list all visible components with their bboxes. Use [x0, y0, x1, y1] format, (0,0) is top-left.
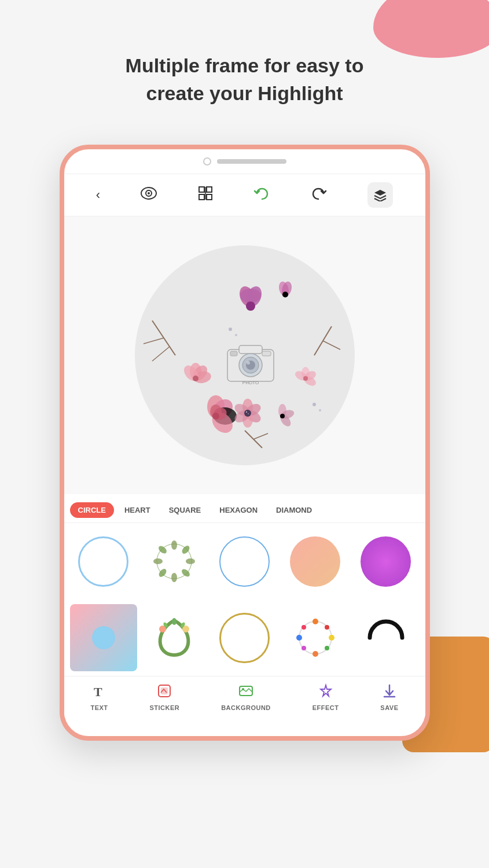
svg-point-71: [186, 558, 195, 564]
svg-text:PHOTO: PHOTO: [242, 380, 258, 385]
redo-button[interactable]: [311, 186, 327, 204]
frame-item-9[interactable]: [282, 604, 349, 671]
frame-item-5[interactable]: [352, 528, 420, 595]
svg-point-85: [329, 635, 334, 641]
nav-save[interactable]: SAVE: [380, 683, 398, 711]
text-icon: T: [92, 683, 107, 702]
svg-rect-3: [199, 187, 204, 192]
heading-section: Multiple frame for easy to create your H…: [0, 52, 489, 107]
nav-sticker[interactable]: STICKER: [149, 683, 179, 711]
svg-point-20: [240, 289, 261, 303]
svg-rect-60: [239, 345, 262, 354]
svg-marker-96: [321, 685, 331, 696]
app-toolbar: ‹: [64, 174, 425, 216]
frame-preview-10: [363, 615, 409, 661]
svg-rect-6: [207, 194, 212, 200]
svg-rect-65: [230, 351, 237, 356]
svg-point-83: [312, 619, 318, 624]
frame-preview-1: [78, 536, 128, 587]
frame-item-10[interactable]: [352, 604, 420, 671]
layers-button[interactable]: [367, 182, 393, 208]
nav-bg-label: BACKGROUND: [221, 704, 271, 711]
svg-line-11: [144, 338, 164, 344]
circle-frame: PHOTO: [135, 245, 355, 465]
frame-item-8[interactable]: [211, 604, 278, 671]
svg-point-89: [296, 635, 302, 641]
frame-preview-4: [290, 536, 340, 587]
nav-text-label: TEXT: [90, 704, 108, 711]
undo-button[interactable]: [253, 186, 270, 204]
frame-item-3[interactable]: [211, 528, 278, 595]
svg-point-90: [302, 625, 306, 630]
frame-preview-9: [292, 615, 339, 661]
tab-heart[interactable]: HEART: [116, 502, 159, 518]
svg-point-34: [303, 376, 308, 381]
svg-point-55: [229, 328, 232, 331]
tab-hexagon[interactable]: HEXAGON: [211, 502, 266, 518]
frame-item-1[interactable]: [70, 528, 137, 595]
nav-effect-label: EFFECT: [312, 704, 339, 711]
svg-point-79: [172, 618, 177, 625]
tab-square[interactable]: SQUARE: [161, 502, 209, 518]
svg-point-84: [325, 625, 329, 630]
svg-point-86: [325, 646, 329, 650]
phone-mockup: ‹: [60, 145, 430, 741]
svg-marker-9: [374, 190, 386, 196]
svg-point-56: [235, 334, 237, 336]
frame-preview-5: [361, 536, 411, 587]
svg-point-21: [246, 301, 255, 311]
nav-save-label: SAVE: [380, 704, 398, 711]
bottom-nav: T TEXT STICKER: [64, 676, 425, 718]
svg-point-87: [312, 651, 318, 657]
svg-point-48: [244, 410, 251, 417]
effect-icon: [318, 683, 333, 702]
svg-point-49: [246, 411, 247, 413]
sticker-icon: [157, 683, 172, 702]
svg-rect-4: [207, 187, 212, 192]
frame-preview-2: [151, 538, 197, 584]
svg-text:T: T: [94, 685, 102, 698]
save-icon: [382, 683, 397, 702]
svg-point-54: [280, 414, 285, 418]
page-title: Multiple frame for easy to create your H…: [0, 52, 489, 107]
svg-point-57: [312, 403, 316, 406]
frames-row-1: [64, 523, 425, 599]
frame-item-2[interactable]: [141, 528, 208, 595]
svg-rect-5: [199, 194, 204, 200]
canvas-area: PHOTO: [64, 216, 425, 494]
tab-circle[interactable]: CIRCLE: [70, 502, 114, 518]
frame-preview-7: [151, 615, 197, 661]
eye-icon[interactable]: [141, 187, 157, 203]
svg-point-2: [148, 192, 150, 194]
svg-point-41: [212, 413, 219, 420]
svg-point-58: [319, 409, 321, 411]
frame-item-6[interactable]: [70, 604, 137, 671]
floral-svg: PHOTO: [135, 245, 355, 465]
phone-camera: [203, 157, 211, 165]
nav-background[interactable]: BACKGROUND: [221, 683, 271, 711]
phone-speaker: [217, 159, 286, 164]
bottom-panel: CIRCLE HEART SQUARE HEXAGON DIAMOND: [64, 494, 425, 718]
phone-top-bar: [64, 149, 425, 174]
svg-rect-66: [262, 351, 271, 356]
tab-diamond[interactable]: DIAMOND: [268, 502, 320, 518]
frame-preview-6: [70, 604, 137, 671]
svg-point-69: [171, 540, 177, 550]
svg-point-95: [242, 688, 244, 690]
svg-point-73: [171, 573, 177, 582]
frames-row-2: [64, 599, 425, 676]
pink-blob-decoration: [373, 0, 489, 58]
svg-line-14: [323, 341, 340, 350]
frame-preview-8: [219, 613, 270, 663]
frame-item-7[interactable]: [141, 604, 208, 671]
nav-effect[interactable]: EFFECT: [312, 683, 339, 711]
svg-point-24: [282, 292, 288, 297]
svg-point-64: [247, 361, 250, 365]
frame-item-4[interactable]: [282, 528, 349, 595]
svg-line-12: [152, 347, 170, 361]
nav-text[interactable]: T TEXT: [90, 683, 108, 711]
grid-icon[interactable]: [198, 186, 213, 204]
back-button[interactable]: ‹: [96, 187, 100, 203]
svg-point-50: [248, 413, 249, 414]
svg-point-29: [193, 376, 198, 381]
